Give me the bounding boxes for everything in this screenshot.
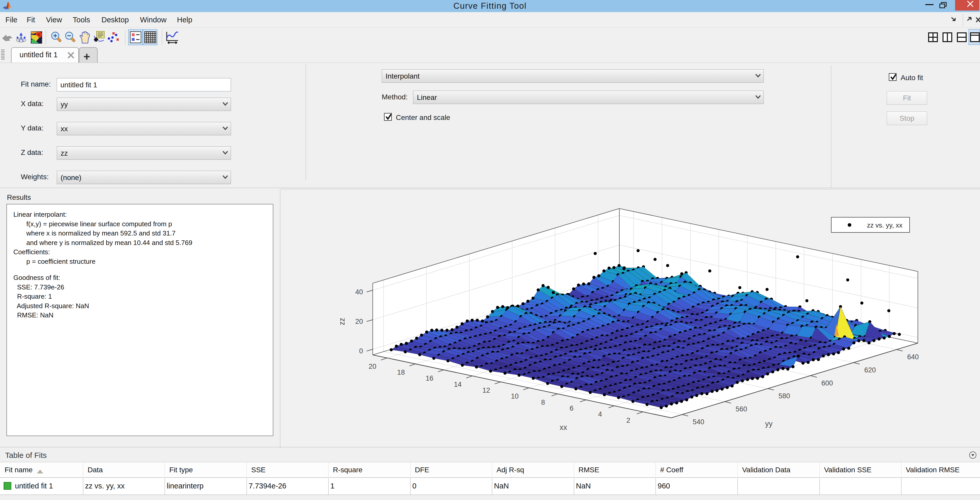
svg-text:2: 2 xyxy=(626,416,630,424)
svg-text:12: 12 xyxy=(482,386,490,394)
svg-text:4: 4 xyxy=(598,410,602,418)
svg-text:18: 18 xyxy=(397,368,405,376)
svg-text:640: 640 xyxy=(907,353,919,361)
svg-text:560: 560 xyxy=(735,405,747,413)
svg-text:0: 0 xyxy=(359,347,363,355)
svg-text:20: 20 xyxy=(355,317,363,325)
svg-text:540: 540 xyxy=(692,418,704,426)
svg-text:16: 16 xyxy=(426,375,433,382)
svg-text:zz vs. yy, xx: zz vs. yy, xx xyxy=(867,221,902,229)
svg-text:580: 580 xyxy=(778,392,790,400)
svg-text:40: 40 xyxy=(355,288,363,296)
svg-text:8: 8 xyxy=(541,398,545,406)
svg-text:620: 620 xyxy=(864,366,876,374)
svg-text:14: 14 xyxy=(454,381,461,388)
svg-text:xx: xx xyxy=(560,423,568,432)
svg-text:yy: yy xyxy=(765,420,773,428)
svg-text:zz: zz xyxy=(338,318,346,325)
svg-text:10: 10 xyxy=(511,392,519,400)
svg-text:20: 20 xyxy=(369,363,376,370)
svg-text:6: 6 xyxy=(570,405,573,412)
svg-text:600: 600 xyxy=(821,379,833,387)
